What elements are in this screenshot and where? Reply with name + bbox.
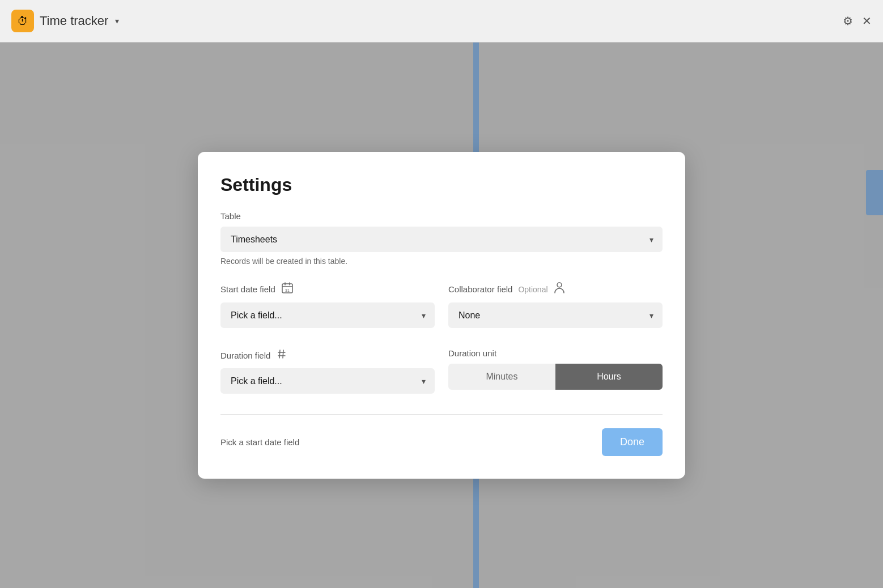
timer-icon: ⏱: [17, 15, 28, 28]
duration-field-group: Duration field Pick a field...: [220, 348, 435, 398]
table-select[interactable]: Timesheets: [220, 227, 663, 252]
table-label: Table: [220, 211, 663, 221]
table-select-wrapper: Timesheets ▾: [220, 227, 663, 252]
modal-title: Settings: [220, 174, 663, 195]
app-header: ⏱ Time tracker ▾ ⚙ ✕: [0, 0, 883, 42]
calendar-icon: 31: [281, 282, 294, 297]
settings-modal: Settings Table Timesheets ▾ Records will…: [198, 152, 685, 479]
app-title: Time tracker: [40, 14, 108, 28]
start-date-select[interactable]: Pick a field...: [220, 302, 435, 328]
table-hint: Records will be created in this table.: [220, 257, 663, 266]
hours-toggle-button[interactable]: Hours: [555, 364, 663, 390]
duration-unit-toggle: Minutes Hours: [448, 364, 663, 390]
footer-hint: Pick a start date field: [220, 437, 299, 447]
svg-text:31: 31: [285, 288, 290, 292]
done-button[interactable]: Done: [602, 428, 663, 456]
app-title-area: ⏱ Time tracker ▾: [11, 10, 119, 32]
collaborator-select-wrapper: None ▾: [448, 302, 663, 328]
duration-unit-group: Duration unit Minutes Hours: [448, 348, 663, 398]
start-date-select-wrapper: Pick a field... ▾: [220, 302, 435, 328]
duration-unit-label-row: Duration unit: [448, 348, 663, 358]
collaborator-label: Collaborator field: [448, 284, 512, 294]
duration-select[interactable]: Pick a field...: [220, 368, 435, 394]
settings-icon[interactable]: ⚙: [843, 14, 853, 28]
duration-unit-label: Duration unit: [448, 348, 496, 358]
modal-divider: [220, 414, 663, 415]
hash-icon: [276, 348, 287, 363]
app-icon: ⏱: [11, 10, 34, 32]
modal-footer: Pick a start date field Done: [220, 428, 663, 456]
app-controls: ⚙ ✕: [843, 14, 872, 28]
start-date-label: Start date field: [220, 284, 275, 294]
start-date-field-group: Start date field 31 Pick: [220, 282, 435, 333]
duration-label-row: Duration field: [220, 348, 435, 363]
bottom-fields-row: Duration field Pick a field...: [220, 348, 663, 398]
start-date-label-row: Start date field 31: [220, 282, 435, 297]
svg-line-8: [279, 350, 280, 358]
collaborator-label-row: Collaborator field Optional: [448, 282, 663, 297]
svg-line-9: [283, 350, 283, 358]
table-section: Table Timesheets ▾ Records will be creat…: [220, 211, 663, 266]
collaborator-field-group: Collaborator field Optional None ▾: [448, 282, 663, 333]
collaborator-select[interactable]: None: [448, 302, 663, 328]
svg-point-5: [557, 283, 562, 287]
collaborator-optional: Optional: [518, 285, 547, 294]
duration-select-wrapper: Pick a field... ▾: [220, 368, 435, 394]
top-fields-row: Start date field 31 Pick: [220, 282, 663, 333]
minutes-toggle-button[interactable]: Minutes: [448, 364, 555, 390]
person-icon: [554, 282, 565, 297]
modal-overlay: Settings Table Timesheets ▾ Records will…: [0, 42, 883, 588]
app-title-dropdown-icon[interactable]: ▾: [115, 16, 119, 25]
close-icon[interactable]: ✕: [862, 14, 872, 28]
duration-field-label: Duration field: [220, 351, 270, 360]
